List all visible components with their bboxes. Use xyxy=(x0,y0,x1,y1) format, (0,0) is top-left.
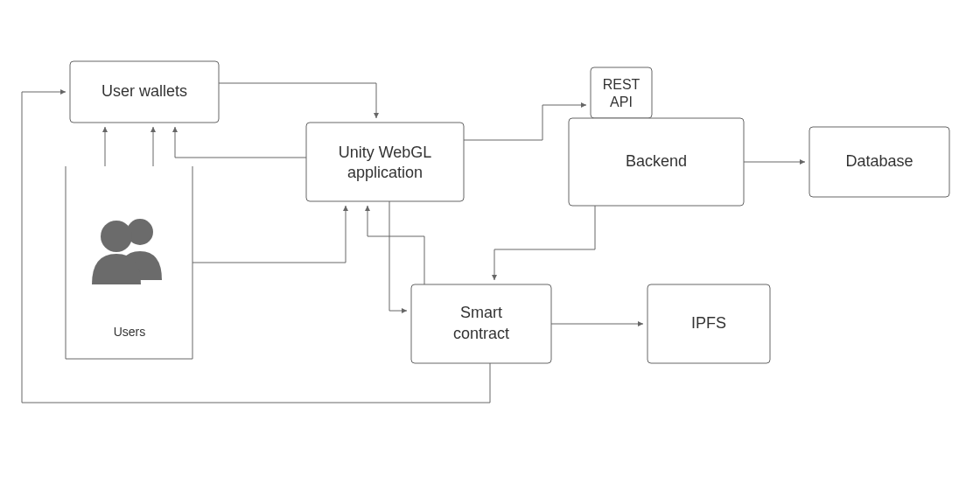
ipfs-label: IPFS xyxy=(691,314,726,332)
backend-node: Backend xyxy=(569,118,744,206)
edge-smartcontract-to-unity xyxy=(368,206,424,284)
user-wallets-node: User wallets xyxy=(70,61,219,123)
unity-webgl-node: Unity WebGL application xyxy=(306,123,464,201)
database-node: Database xyxy=(809,127,949,197)
users-label: Users xyxy=(114,325,146,339)
rest-api-label-1: REST xyxy=(603,77,640,92)
edge-unity-to-smartcontract xyxy=(389,201,407,311)
unity-webgl-label-1: Unity WebGL xyxy=(339,144,432,161)
edge-wallets-to-unity xyxy=(219,83,376,118)
users-node: Users xyxy=(66,166,192,359)
rest-api-label-2: API xyxy=(610,95,633,109)
user-wallets-label: User wallets xyxy=(102,82,187,100)
unity-webgl-label-2: application xyxy=(347,164,423,181)
edge-backend-to-smartcontract xyxy=(494,206,595,280)
edge-unity-to-wallets xyxy=(175,127,306,158)
svg-rect-4 xyxy=(591,67,652,118)
architecture-diagram: Users User wallets Unity WebGL applicati… xyxy=(0,0,980,491)
svg-rect-3 xyxy=(306,123,464,201)
svg-point-1 xyxy=(101,221,132,252)
edge-unity-to-restapi xyxy=(464,105,586,140)
smart-contract-label-1: Smart xyxy=(460,304,502,321)
edge-users-to-unity xyxy=(192,206,346,263)
smart-contract-node: Smart contract xyxy=(411,284,551,363)
rest-api-node: REST API xyxy=(591,67,652,118)
smart-contract-label-2: contract xyxy=(453,325,509,342)
backend-label: Backend xyxy=(626,152,687,170)
database-label: Database xyxy=(845,152,913,170)
ipfs-node: IPFS xyxy=(648,284,770,363)
